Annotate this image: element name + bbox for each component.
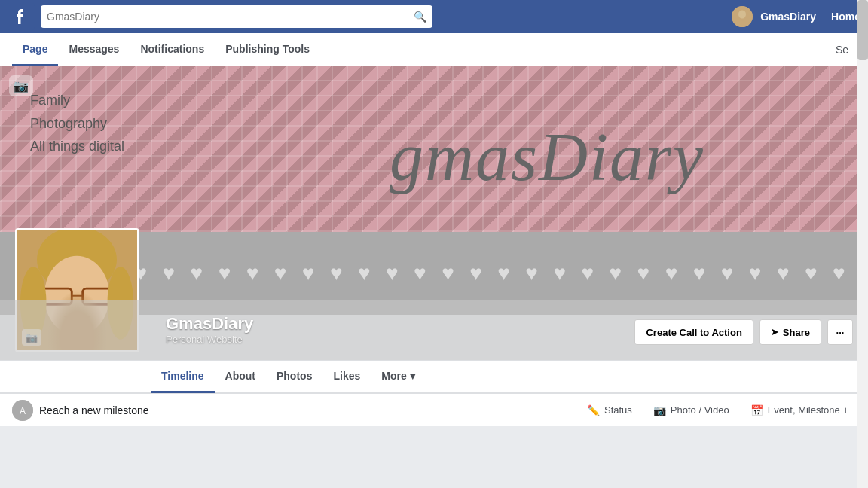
heart-icon: ♥ (553, 263, 566, 284)
heart-icon: ♥ (414, 263, 426, 284)
facebook-logo-icon[interactable] (8, 3, 35, 30)
top-navbar: 🔍 GmasDiary Home (0, 0, 868, 33)
cover-photo-area: 📷 Family Photography All things digital … (0, 66, 868, 360)
home-link[interactable]: Home (831, 11, 860, 23)
tab-timeline[interactable]: Timeline (151, 361, 215, 393)
se-button[interactable]: Se (828, 33, 856, 66)
heart-icon: ♥ (219, 263, 231, 284)
tab-about[interactable]: About (215, 361, 266, 393)
profile-section: GmasDiary Personal Website Create Call t… (0, 300, 868, 360)
heart-icon: ♥ (525, 263, 538, 284)
tab-messages[interactable]: Messages (58, 33, 130, 66)
heart-icon: ♥ (246, 263, 259, 284)
milestone-label: Reach a new milestone (39, 404, 149, 416)
more-actions-button[interactable]: ··· (827, 319, 853, 345)
cover-tagline: Family Photography All things digital (30, 89, 124, 158)
photo-video-button[interactable]: 📷 Photo / Video (646, 400, 737, 421)
post-actions: ✏️ Status 📷 Photo / Video 📅 Event, Miles… (579, 400, 856, 421)
share-button[interactable]: ➤ Share (760, 319, 821, 345)
heart-icon: ♥ (358, 263, 371, 284)
heart-icon: ♥ (274, 263, 287, 284)
search-icon[interactable]: 🔍 (414, 11, 426, 23)
heart-icon: ♥ (163, 263, 176, 284)
status-button[interactable]: ✏️ Status (579, 400, 640, 421)
milestone-area: A Reach a new milestone (12, 400, 149, 421)
profile-tabs: Timeline About Photos Likes More ▾ (0, 360, 868, 393)
cover-image: 📷 Family Photography All things digital … (0, 66, 868, 232)
heart-icon: ♥ (386, 263, 399, 284)
heart-icon: ♥ (693, 263, 706, 284)
heart-icon: ♥ (302, 263, 315, 284)
tab-page[interactable]: Page (12, 33, 58, 66)
search-input[interactable] (47, 11, 414, 23)
heart-icon: ♥ (749, 263, 762, 284)
share-icon: ➤ (771, 327, 778, 337)
heart-icon: ♥ (777, 263, 790, 284)
heart-icon: ♥ (637, 263, 650, 284)
event-milestone-button[interactable]: 📅 Event, Milestone + (743, 400, 856, 421)
page-category: Personal Website (166, 334, 253, 345)
svg-point-2 (738, 11, 746, 19)
heart-icon: ♥ (330, 263, 343, 284)
heart-icon: ♥ (805, 263, 818, 284)
heart-icon: ♥ (497, 263, 510, 284)
calendar-icon: 📅 (750, 404, 763, 416)
page-name: GmasDiary (166, 314, 253, 334)
post-creation-bar: A Reach a new milestone ✏️ Status 📷 Phot… (0, 393, 868, 426)
svg-text:A: A (20, 406, 26, 416)
tab-notifications[interactable]: Notifications (130, 33, 215, 66)
scrollbar[interactable] (857, 0, 868, 488)
username-label[interactable]: GmasDiary (760, 11, 816, 23)
scrollbar-thumb[interactable] (857, 0, 868, 60)
secondary-navbar: Page Messages Notifications Publishing T… (0, 33, 868, 66)
heart-icon: ♥ (191, 263, 203, 284)
create-cta-button[interactable]: Create Call to Action (634, 319, 753, 345)
photo-icon: 📷 (653, 404, 666, 416)
tab-photos[interactable]: Photos (266, 361, 322, 393)
top-right-nav: GmasDiary Home (732, 6, 860, 27)
milestone-icon: A (12, 400, 33, 421)
heart-icon: ♥ (665, 263, 678, 284)
heart-icon: ♥ (581, 263, 594, 284)
cover-logo-text: gmasDiary (226, 74, 868, 232)
tab-likes[interactable]: Likes (322, 361, 371, 393)
heart-icon: ♥ (833, 263, 845, 284)
heart-icon: ♥ (610, 263, 622, 284)
heart-icon: ♥ (469, 263, 482, 284)
status-icon: ✏️ (587, 404, 600, 416)
avatar[interactable] (732, 6, 753, 27)
profile-actions: Create Call to Action ➤ Share ··· (634, 319, 853, 352)
profile-info: GmasDiary Personal Website (166, 314, 253, 352)
heart-icon: ♥ (442, 263, 454, 284)
tab-publishing-tools[interactable]: Publishing Tools (215, 33, 320, 66)
tab-more[interactable]: More ▾ (371, 361, 425, 393)
search-bar: 🔍 (41, 5, 432, 28)
heart-icon: ♥ (721, 263, 734, 284)
